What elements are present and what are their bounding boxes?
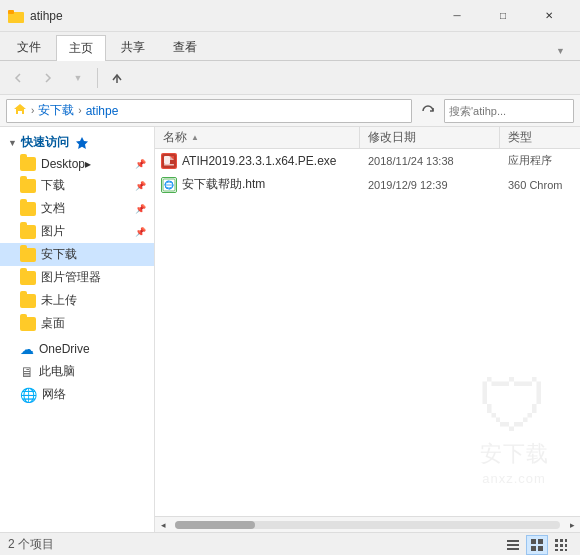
view-btn-list[interactable] [502, 535, 524, 555]
hscroll-bar[interactable]: ◂ ▸ [155, 516, 580, 532]
view-btn-tile[interactable] [550, 535, 572, 555]
col-date-label: 修改日期 [368, 129, 416, 146]
hscroll-track[interactable] [175, 521, 560, 529]
back-button[interactable] [4, 65, 32, 91]
sidebar-label-desktop: Desktop▸ [41, 157, 91, 171]
sidebar-label-network: 网络 [42, 386, 66, 403]
svg-rect-27 [555, 549, 558, 551]
forward-button[interactable] [34, 65, 62, 91]
maximize-button[interactable]: □ [480, 0, 526, 32]
breadcrumb-sep-2: › [78, 105, 81, 116]
toolbar-sep-1 [97, 68, 98, 88]
quick-access-header[interactable]: ▼ 快速访问 [0, 131, 154, 154]
file-row-date-1: 2019/12/9 12:39 [360, 179, 500, 191]
title-bar-left: atihpe [8, 8, 63, 24]
up-button[interactable] [103, 65, 131, 91]
tab-expand[interactable]: ▼ [547, 41, 574, 60]
breadcrumb-home[interactable] [13, 103, 27, 118]
col-header-date[interactable]: 修改日期 [360, 127, 500, 148]
sidebar-item-imgmgr[interactable]: 图片管理器 [0, 266, 154, 289]
folder-icon-desktop [20, 157, 36, 171]
pin-icon-docs: 📌 [135, 204, 146, 214]
sidebar-label-thispc: 此电脑 [39, 363, 75, 380]
hscroll-thumb[interactable] [175, 521, 255, 529]
tab-share[interactable]: 共享 [108, 34, 158, 60]
svg-rect-6 [164, 164, 174, 166]
file-row-type-1: 360 Chrom [500, 179, 580, 191]
svg-rect-25 [560, 544, 563, 547]
svg-rect-29 [565, 549, 567, 551]
sidebar-item-onedrive[interactable]: ☁ OneDrive [0, 335, 154, 360]
col-header-type[interactable]: 类型 [500, 127, 580, 148]
file-name-0: ATIH2019.23.3.1.x64.PE.exe [182, 154, 337, 168]
col-name-label: 名称 [163, 129, 187, 146]
file-list-scroll[interactable]: 🛡 安下载 anxz.com ATIH [155, 149, 580, 516]
sidebar-item-anxz[interactable]: 安下载 [0, 243, 154, 266]
pin-icon-desktop: 📌 [135, 159, 146, 169]
svg-rect-15 [507, 544, 519, 546]
breadcrumb-current[interactable]: atihpe [86, 104, 119, 118]
search-box: 🔍 [444, 99, 574, 123]
network-icon: 🌐 [20, 387, 37, 403]
svg-rect-19 [531, 546, 536, 551]
sidebar-label-imgmgr: 图片管理器 [41, 269, 101, 286]
col-type-label: 类型 [508, 129, 532, 146]
folder-icon-imgmgr [20, 271, 36, 285]
sidebar-item-downloads[interactable]: 下载 📌 [0, 174, 154, 197]
quick-access-label: 快速访问 [21, 134, 69, 151]
sidebar-item-desktop2[interactable]: 桌面 [0, 312, 154, 335]
sidebar-item-thispc[interactable]: 🖥 此电脑 [0, 360, 154, 383]
file-icon-exe [161, 153, 177, 169]
sidebar: ▼ 快速访问 Desktop▸ 📌 下载 📌 文档 📌 图片 📌 [0, 127, 155, 532]
sidebar-item-pictures[interactable]: 图片 📌 [0, 220, 154, 243]
breadcrumb-downloads[interactable]: 安下载 [38, 102, 74, 119]
tab-file[interactable]: 文件 [4, 34, 54, 60]
hscroll-right[interactable]: ▸ [564, 517, 580, 533]
minimize-button[interactable]: ─ [434, 0, 480, 32]
refresh-button[interactable] [416, 99, 440, 123]
tab-home[interactable]: 主页 [56, 35, 106, 61]
svg-rect-24 [555, 544, 558, 547]
folder-icon-docs [20, 202, 36, 216]
tab-view[interactable]: 查看 [160, 34, 210, 60]
hscroll-left[interactable]: ◂ [155, 517, 171, 533]
quick-access-chevron: ▼ [8, 138, 17, 148]
window-title: atihpe [30, 9, 63, 23]
pin-icon-pictures: 📌 [135, 227, 146, 237]
svg-rect-5 [164, 156, 170, 164]
svg-rect-26 [565, 544, 567, 547]
svg-rect-2 [8, 10, 14, 14]
sidebar-label-pictures: 图片 [41, 223, 65, 240]
file-row-name-1: 安下载帮助.htm [155, 176, 360, 193]
breadcrumb-bar[interactable]: › 安下载 › atihpe [6, 99, 412, 123]
view-btn-detail[interactable] [526, 535, 548, 555]
sidebar-label-unuploaded: 未上传 [41, 292, 77, 309]
sidebar-label-onedrive: OneDrive [39, 342, 90, 356]
folder-icon-unuploaded [20, 294, 36, 308]
address-bar: › 安下载 › atihpe 🔍 [0, 95, 580, 127]
file-row-0[interactable]: ATIH2019.23.3.1.x64.PE.exe 2018/11/24 13… [155, 149, 580, 173]
sidebar-label-desktop2: 桌面 [41, 315, 65, 332]
close-button[interactable]: ✕ [526, 0, 572, 32]
file-name-1: 安下载帮助.htm [182, 176, 265, 193]
sidebar-label-anxz: 安下载 [41, 246, 77, 263]
sidebar-item-docs[interactable]: 文档 📌 [0, 197, 154, 220]
search-input[interactable] [449, 105, 580, 117]
toolbar: ▼ [0, 61, 580, 95]
folder-icon-anxz [20, 248, 36, 262]
file-pane: 名称 ▲ 修改日期 类型 🛡 安下载 anxz.com [155, 127, 580, 532]
file-row-name-0: ATIH2019.23.3.1.x64.PE.exe [155, 153, 360, 169]
svg-rect-20 [538, 546, 543, 551]
sidebar-item-desktop[interactable]: Desktop▸ 📌 [0, 154, 154, 174]
sidebar-label-downloads: 下载 [41, 177, 65, 194]
col-header-name[interactable]: 名称 ▲ [155, 127, 360, 148]
recent-button[interactable]: ▼ [64, 65, 92, 91]
status-view-controls [502, 535, 572, 555]
svg-rect-14 [507, 540, 519, 542]
status-bar: 2 个项目 [0, 532, 580, 555]
sidebar-label-docs: 文档 [41, 200, 65, 217]
pin-icon-downloads: 📌 [135, 181, 146, 191]
file-row-1[interactable]: 安下载帮助.htm 2019/12/9 12:39 360 Chrom [155, 173, 580, 197]
sidebar-item-unuploaded[interactable]: 未上传 [0, 289, 154, 312]
sidebar-item-network[interactable]: 🌐 网络 [0, 383, 154, 406]
